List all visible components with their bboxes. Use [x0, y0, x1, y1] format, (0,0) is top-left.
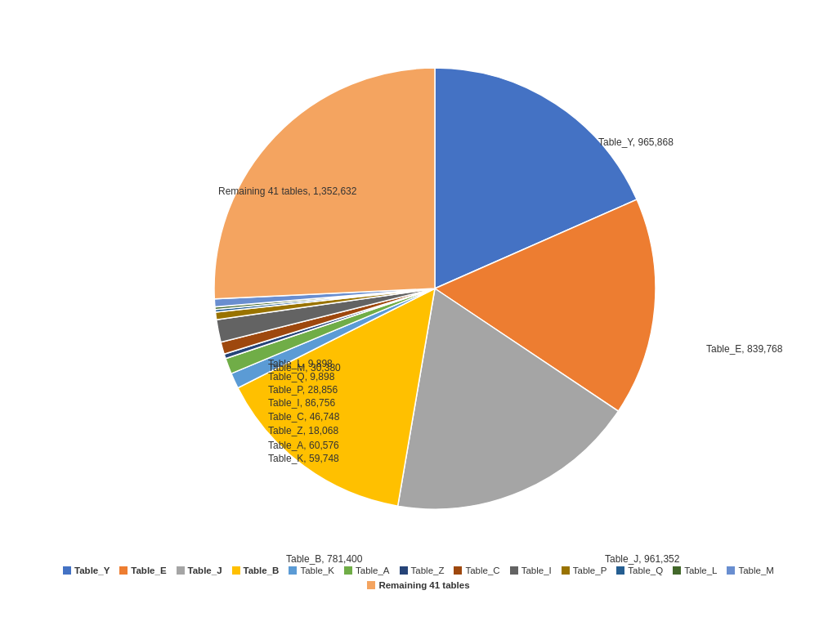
- legend-label-Table_I: Table_I: [521, 566, 552, 575]
- legend-item-Table_Q: Table_Q: [616, 566, 663, 575]
- legend-label-Table_M: Table_M: [738, 566, 773, 575]
- legend-item-Table_C: Table_C: [454, 566, 499, 575]
- legend-label-Table_P: Table_P: [573, 566, 607, 575]
- legend-swatch-Table_M: [727, 566, 735, 575]
- legend-swatch-Table_P: [562, 566, 570, 575]
- label-Table_K-59-748: Table_K, 59,748: [268, 453, 339, 464]
- legend-label-Table_C: Table_C: [465, 566, 499, 575]
- label-Table_Z-18-068: Table_Z, 18,068: [268, 425, 338, 436]
- legend-label-Table_L: Table_L: [684, 566, 717, 575]
- legend-item-Table_J: Table_J: [177, 566, 222, 575]
- label-Table_A-60-576: Table_A, 60,576: [268, 440, 339, 451]
- legend-label-Table_A: Table_A: [356, 566, 390, 575]
- legend-swatch-Table_Z: [400, 566, 408, 575]
- legend-item-Table_K: Table_K: [289, 566, 334, 575]
- legend-item-Table_A: Table_A: [344, 566, 390, 575]
- legend-item-Table_I: Table_I: [510, 566, 552, 575]
- pie-chart: Table_Y, 965,868Table_E, 839,768Table_J,…: [83, 31, 754, 554]
- label-Table_Y-965-868: Table_Y, 965,868: [598, 136, 674, 148]
- legend-swatch-Table_Q: [616, 566, 624, 575]
- legend-item-Table_M: Table_M: [727, 566, 773, 575]
- legend-item-Table_B: Table_B: [232, 566, 280, 575]
- legend-swatch-Table_Y: [63, 566, 71, 575]
- label-Table_P-28-856: Table_P, 28,856: [268, 384, 338, 396]
- legend-item-Table_Z: Table_Z: [400, 566, 445, 575]
- label-Table_J-961-352: Table_J, 961,352: [605, 553, 680, 565]
- legend-label-Remaining-41-tables: Remaining 41 tables: [378, 580, 469, 590]
- label-Table_C-46-748: Table_C, 46,748: [268, 411, 340, 423]
- legend-swatch-Table_K: [289, 566, 297, 575]
- legend-swatch-Table_A: [344, 566, 352, 575]
- legend-item-Table_L: Table_L: [673, 566, 717, 575]
- label-Table_M-30-380: Table_M, 30,380: [268, 362, 341, 373]
- legend-label-Table_Q: Table_Q: [628, 566, 663, 575]
- legend-item-Remaining-41-tables: Remaining 41 tables: [367, 580, 469, 590]
- slice-Remaining-41-tables: [214, 68, 435, 299]
- legend-swatch-Table_L: [673, 566, 681, 575]
- legend-item-Table_E: Table_E: [119, 566, 166, 575]
- legend-item-Table_P: Table_P: [562, 566, 607, 575]
- label-Remaining-41-tables-: Remaining 41 tables, 1,352,632: [218, 186, 357, 197]
- legend-label-Table_Z: Table_Z: [411, 566, 445, 575]
- legend-item-Table_Y: Table_Y: [63, 566, 110, 575]
- legend: Table_YTable_ETable_JTable_BTable_KTable…: [10, 562, 827, 598]
- legend-label-Table_J: Table_J: [188, 566, 222, 575]
- label-Table_B-781-400: Table_B, 781,400: [286, 553, 363, 565]
- legend-swatch-Table_J: [177, 566, 185, 575]
- legend-label-Table_K: Table_K: [300, 566, 334, 575]
- label-Table_E-839-768: Table_E, 839,768: [706, 343, 783, 355]
- legend-label-Table_E: Table_E: [131, 566, 166, 575]
- legend-swatch-Table_I: [510, 566, 518, 575]
- legend-swatch-Table_B: [232, 566, 240, 575]
- legend-label-Table_B: Table_B: [244, 566, 280, 575]
- legend-swatch-Table_E: [119, 566, 128, 575]
- chart-area: Table_Y, 965,868Table_E, 839,768Table_J,…: [18, 23, 819, 562]
- label-Table_I-86-756: Table_I, 86,756: [268, 397, 335, 409]
- legend-label-Table_Y: Table_Y: [74, 566, 110, 575]
- legend-swatch-Remaining-41-tables: [367, 581, 375, 589]
- legend-swatch-Table_C: [454, 566, 462, 575]
